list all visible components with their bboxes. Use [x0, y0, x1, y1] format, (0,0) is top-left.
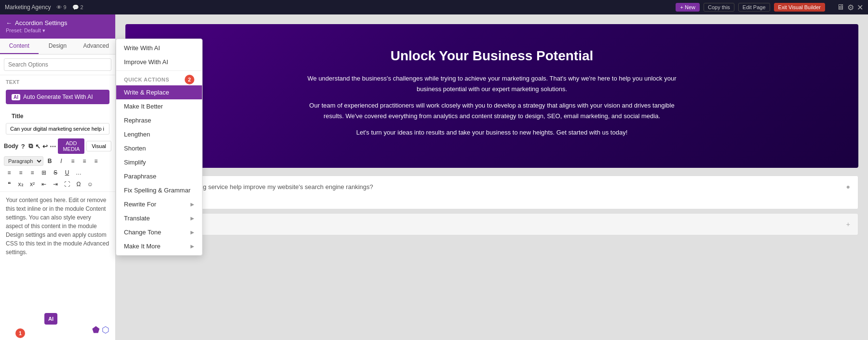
more-icon[interactable]: ⋯: [50, 141, 56, 151]
ai-dropdown-menu: Write With AI Improve With AI Quick Acti…: [116, 39, 203, 256]
dropdown-item-paraphrase[interactable]: Paraphrase: [116, 169, 202, 183]
align-justify-button[interactable]: ≡: [27, 167, 38, 178]
step-2-badge: 2: [185, 75, 194, 84]
visual-button[interactable]: Visual: [86, 141, 111, 151]
change-tone-arrow: ▶: [190, 230, 194, 235]
fullscreen-button[interactable]: ⛶: [62, 179, 72, 190]
back-arrow-icon: ←: [6, 19, 12, 27]
dropdown-item-rephrase[interactable]: Rephrase: [116, 113, 202, 127]
italic-button[interactable]: I: [56, 156, 67, 166]
decorative-icons: ⬟ ⬡: [92, 325, 109, 335]
comment-icon: 💬: [72, 4, 79, 11]
exit-builder-button[interactable]: Exit Visual Builder: [774, 3, 825, 12]
ul-button[interactable]: ≡: [68, 156, 78, 166]
tab-advanced[interactable]: Advanced: [77, 39, 115, 54]
rewrite-for-arrow: ▶: [190, 202, 194, 207]
eye-icon: 👁: [56, 4, 62, 10]
blockquote-button[interactable]: ❝: [4, 179, 14, 190]
dropdown-separator-1: [116, 70, 202, 71]
accordion-chevron-0: ●: [846, 183, 850, 190]
dropdown-item-change-tone[interactable]: Change Tone ▶: [116, 225, 202, 239]
format-row: Paragraph B I ≡ ≡ ≡ ≡ ≡ ≡ ⊞ S U …: [4, 156, 111, 178]
copy-icon[interactable]: ⧉: [27, 141, 33, 151]
dropdown-item-simplify[interactable]: Simplify: [116, 155, 202, 169]
align-left-button[interactable]: ≡: [91, 156, 101, 166]
sidebar-title: Accordion Settings: [15, 19, 67, 27]
sidebar-tabs: Content Design Advanced: [0, 39, 115, 54]
more-format-button[interactable]: …: [73, 167, 84, 178]
dropdown-item-rewrite-for[interactable]: Rewrite For ▶: [116, 197, 202, 211]
ai-floating-button[interactable]: AI: [44, 313, 57, 325]
copy-this-button[interactable]: Copy this: [704, 3, 734, 12]
dropdown-item-make-it-more[interactable]: Make It More ▶: [116, 239, 202, 253]
auto-generate-button[interactable]: AI Auto Generate Text With AI: [6, 90, 109, 104]
sidebar-header: ← Accordion Settings Preset: Default ▾: [0, 14, 115, 39]
divi-icon-1: ⬟: [92, 325, 100, 335]
strikethrough-button[interactable]: S: [50, 167, 61, 178]
title-label: Title: [6, 109, 109, 122]
align-right-button[interactable]: ≡: [15, 167, 26, 178]
translate-arrow: ▶: [190, 216, 194, 221]
dropdown-item-shorten[interactable]: Shorten: [116, 141, 202, 155]
superscript-button[interactable]: x²: [27, 179, 38, 190]
dropdown-item-improve-with-ai[interactable]: Improve With AI: [116, 55, 202, 69]
canvas-area: Unlock Your Business Potential We unders…: [116, 14, 868, 340]
top-bar-left: Marketing Agency 👁 9 💬 2: [5, 4, 83, 11]
emoji-button[interactable]: ☺: [85, 179, 95, 190]
body-toolbar: Body ? ⧉ ↖ ↩ ⋯ ADD MEDIA Visual Paragrap…: [0, 136, 115, 192]
add-media-button[interactable]: ADD MEDIA: [58, 138, 84, 154]
indent-left-button[interactable]: ⇤: [39, 179, 49, 190]
paragraph-select[interactable]: Paragraph: [4, 156, 43, 166]
indent-right-button[interactable]: ⇥: [50, 179, 61, 190]
edit-page-button[interactable]: Edit Page: [738, 3, 770, 12]
hero-p1: We understand the business's challenges …: [299, 73, 685, 95]
subscript-button[interactable]: x₂: [15, 179, 26, 190]
title-field-row: Title: [0, 107, 115, 136]
text-section-label: Text: [0, 75, 115, 87]
help-icon[interactable]: ?: [20, 141, 26, 151]
dropdown-item-write-replace[interactable]: Write & Replace: [116, 85, 202, 99]
underline-button[interactable]: U: [62, 167, 72, 178]
dropdown-item-write-with-ai[interactable]: Write With AI: [116, 41, 202, 55]
accordion-header-1[interactable]: +: [126, 214, 858, 235]
ai-icon: AI: [12, 94, 20, 100]
search-input[interactable]: [4, 58, 111, 71]
monitor-icon[interactable]: 🖥: [837, 3, 844, 12]
dropdown-item-fix-spelling[interactable]: Fix Spelling & Grammar: [116, 183, 202, 197]
table-button[interactable]: ⊞: [39, 167, 49, 178]
hero-title: Unlock Your Business Potential: [145, 48, 839, 64]
comments-count: 💬 2: [72, 4, 83, 11]
special-char-button[interactable]: Ω: [73, 179, 84, 190]
top-bar-actions: + New Copy this Edit Page Exit Visual Bu…: [676, 3, 825, 12]
hero-p2: Our team of experienced practitioners wi…: [299, 100, 685, 122]
top-bar: Marketing Agency 👁 9 💬 2 + New Copy this…: [0, 0, 868, 14]
sidebar-content-area: Your content goes here. Edit or remove t…: [0, 192, 115, 340]
settings-icon[interactable]: ⚙: [847, 3, 854, 12]
accordion-header-0[interactable]: Can your digital marketing service help …: [126, 176, 858, 197]
align-center-button[interactable]: ≡: [4, 167, 14, 178]
accordion-item-0: Can your digital marketing service help …: [125, 176, 858, 209]
dropdown-item-translate[interactable]: Translate ▶: [116, 211, 202, 225]
ol-button[interactable]: ≡: [79, 156, 90, 166]
dropdown-item-lengthen[interactable]: Lengthen: [116, 127, 202, 141]
close-icon[interactable]: ✕: [857, 3, 863, 12]
sidebar-back-button[interactable]: ← Accordion Settings: [6, 19, 109, 27]
hero-p3: Let's turn your ideas into results and t…: [299, 127, 685, 138]
new-button[interactable]: + New: [676, 3, 700, 12]
title-input[interactable]: [6, 123, 109, 135]
dropdown-item-make-it-better[interactable]: Make It Better: [116, 99, 202, 113]
tab-content[interactable]: Content: [0, 39, 39, 54]
undo-icon[interactable]: ↩: [42, 141, 48, 151]
bold-button[interactable]: B: [44, 156, 55, 166]
main-layout: ← Accordion Settings Preset: Default ▾ C…: [0, 14, 868, 340]
tab-design[interactable]: Design: [39, 39, 77, 54]
accordion-item-1: +: [125, 213, 858, 235]
hero-section: Unlock Your Business Potential We unders…: [125, 24, 858, 168]
select-icon[interactable]: ↖: [35, 141, 41, 151]
sidebar-preset[interactable]: Preset: Default ▾: [6, 27, 109, 34]
body-label: Body: [4, 143, 18, 150]
body-content-text[interactable]: Your content goes here. Edit or remove t…: [6, 196, 109, 257]
accordion-chevron-1: +: [846, 220, 850, 228]
format-row-2: ❝ x₂ x² ⇤ ⇥ ⛶ Ω ☺: [4, 179, 111, 190]
accordion-body-0: [126, 197, 858, 209]
